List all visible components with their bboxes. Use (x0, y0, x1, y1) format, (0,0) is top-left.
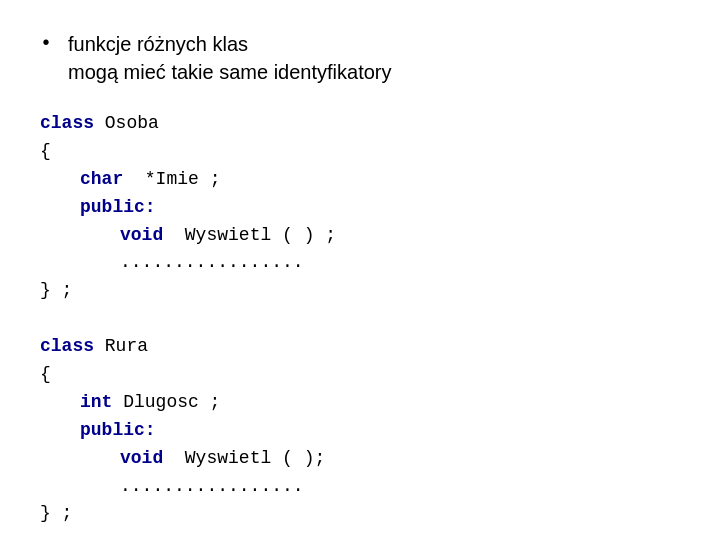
int-keyword: int (80, 392, 112, 412)
char-keyword: char (80, 169, 123, 189)
class1-method-rest: Wyswietl ( ) ; (163, 225, 336, 245)
class2-public: public: (40, 417, 680, 445)
class1-field-rest: *Imie ; (123, 169, 220, 189)
spacer (40, 305, 680, 333)
class2-close: } ; (40, 500, 680, 528)
class1-close: } ; (40, 277, 680, 305)
bullet-section: • funkcje różnych klas mogą mieć takie s… (40, 30, 680, 86)
code-block: class Osoba { char *Imie ; public: void … (40, 110, 680, 528)
void-keyword-1: void (120, 225, 163, 245)
class1-dots: ................. (40, 249, 680, 277)
public-keyword-2: public: (80, 420, 156, 440)
class1-open-brace: { (40, 138, 680, 166)
class1-name: Osoba (94, 113, 159, 133)
class2-declaration: class Rura (40, 333, 680, 361)
class2-method: void Wyswietl ( ); (40, 445, 680, 473)
class-keyword-1: class (40, 113, 94, 133)
class2-dots: ................. (40, 473, 680, 501)
class1-declaration: class Osoba (40, 110, 680, 138)
class1-public: public: (40, 194, 680, 222)
bullet-text: funkcje różnych klas mogą mieć takie sam… (68, 30, 391, 86)
class1-method: void Wyswietl ( ) ; (40, 222, 680, 250)
class2-open-brace: { (40, 361, 680, 389)
class2-method-rest: Wyswietl ( ); (163, 448, 325, 468)
class2-field: int Dlugosc ; (40, 389, 680, 417)
class2-name: Rura (94, 336, 148, 356)
class-keyword-2: class (40, 336, 94, 356)
slide-content: • funkcje różnych klas mogą mieć takie s… (0, 0, 720, 540)
public-keyword-1: public: (80, 197, 156, 217)
void-keyword-2: void (120, 448, 163, 468)
class1-field: char *Imie ; (40, 166, 680, 194)
bullet-dot: • (40, 32, 52, 55)
class2-field-rest: Dlugosc ; (112, 392, 220, 412)
bullet-line2: mogą mieć takie same identyfikatory (68, 61, 391, 83)
bullet-line1: funkcje różnych klas (68, 33, 248, 55)
